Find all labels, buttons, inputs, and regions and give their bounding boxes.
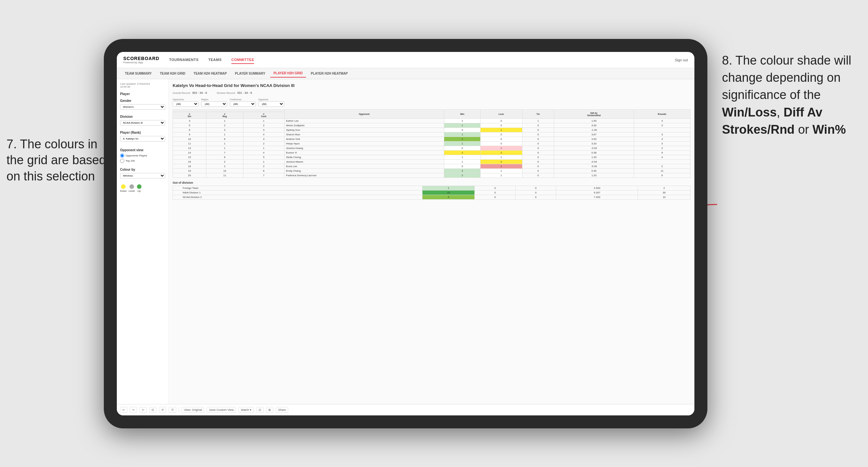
colour-by-select[interactable]: Win/loss bbox=[120, 173, 165, 179]
toolbar-timer[interactable]: ⏱ bbox=[169, 407, 176, 413]
cell-opponent: Heejo Hyun bbox=[284, 142, 444, 146]
sub-nav-player-h2h-grid[interactable]: PLAYER H2H GRID bbox=[270, 69, 306, 77]
cell-diff: 3.67 bbox=[554, 132, 634, 137]
division-select[interactable]: NCAA Division III bbox=[120, 120, 165, 126]
sub-nav-team-h2h-heatmap[interactable]: TEAM H2H HEATMAP bbox=[190, 70, 230, 77]
toolbar-undo[interactable]: ↩ bbox=[120, 407, 127, 413]
annotation-left-number: 7. bbox=[6, 137, 17, 151]
ood-cell-loss: 0 bbox=[475, 190, 515, 195]
cell-win: 2 bbox=[444, 137, 480, 142]
filter-opponent-select[interactable]: (All) bbox=[258, 101, 284, 107]
cell-opponent: Jessica Mason bbox=[284, 160, 444, 164]
player-rank-select[interactable]: 8. Katelyn Vo bbox=[120, 136, 165, 142]
cell-tie: 0 bbox=[522, 128, 554, 132]
ood-cell-tie: 0 bbox=[515, 186, 556, 190]
toolbar-layout1[interactable]: ⊡ bbox=[256, 407, 264, 413]
cell-loss: 0 bbox=[480, 137, 522, 142]
cell-diff: 1.25 bbox=[554, 155, 634, 160]
cell-loss: 2 bbox=[480, 160, 522, 164]
cell-opponent: Stella Cheng bbox=[284, 155, 444, 160]
cell-reg: 7 bbox=[206, 151, 243, 155]
sign-out-link[interactable]: Sign out bbox=[675, 58, 688, 62]
cell-reg: 2 bbox=[206, 164, 243, 169]
table-row: 5 2 2 Alexis Sudijanto 1 0 0 4.00 3 bbox=[173, 123, 690, 128]
cell-loss: 0 bbox=[480, 119, 522, 123]
legend-label-level: Level bbox=[128, 189, 135, 192]
last-updated: Last Updated: 27/03/2024 16:55:38 bbox=[120, 83, 165, 88]
cell-reg: 8 bbox=[206, 155, 243, 160]
cell-loss: 1 bbox=[480, 155, 522, 160]
sub-nav-team-h2h-grid[interactable]: TEAM H2H GRID bbox=[156, 70, 188, 77]
logo-area: SCOREBOARD Powered by clipp bbox=[123, 56, 159, 64]
toolbar-refresh[interactable]: ↺ bbox=[159, 407, 166, 413]
th-conf: #Conf bbox=[243, 112, 284, 119]
table-row: 20 11 7 Federica Domecq Lacroze 2 1 0 1.… bbox=[173, 173, 690, 178]
sub-nav-player-h2h-heatmap[interactable]: PLAYER H2H HEATMAP bbox=[308, 70, 351, 77]
legend-label-down: Down bbox=[120, 189, 127, 192]
cell-diff: 4.00 bbox=[554, 123, 634, 128]
filter-opponents-select[interactable]: (All) bbox=[173, 101, 198, 107]
sub-nav-player-summary[interactable]: PLAYER SUMMARY bbox=[232, 70, 269, 77]
cell-opponent: Emily Chang bbox=[284, 169, 444, 173]
cell-conf: 1 bbox=[243, 119, 284, 123]
cell-win: 2 bbox=[444, 173, 480, 178]
filter-conference-select[interactable]: (All) bbox=[230, 101, 256, 107]
filter-opponent-label: Opponent bbox=[258, 98, 284, 101]
nav-item-teams[interactable]: TEAMS bbox=[208, 56, 222, 64]
table-row: 9 1 4 Sharon Mun 1 0 0 3.67 3 bbox=[173, 132, 690, 137]
th-tie: Tie bbox=[522, 110, 554, 119]
cell-loss: 1 bbox=[480, 128, 522, 132]
toolbar-grid[interactable]: ⊡ bbox=[149, 407, 156, 413]
ood-cell-diff: 9.267 bbox=[556, 190, 638, 195]
cell-diff: 1.50 bbox=[554, 119, 634, 123]
legend-dot-up bbox=[137, 184, 142, 189]
nav-item-tournaments[interactable]: TOURNAMENTS bbox=[169, 56, 198, 64]
annotation-left-text: The colours in the grid are based on thi… bbox=[6, 137, 106, 183]
toolbar-layout2[interactable]: ⊞ bbox=[266, 407, 273, 413]
sub-nav-team-summary[interactable]: TEAM SUMMARY bbox=[122, 70, 155, 77]
ood-cell-rounds: 2 bbox=[638, 186, 690, 190]
cell-div: 20 bbox=[173, 173, 206, 178]
annotation-right-intro: The colour shade will change depending o… bbox=[722, 54, 851, 101]
toolbar-view-original[interactable]: View: Original bbox=[182, 407, 204, 413]
filter-opponent-group: Opponent (All) bbox=[258, 98, 284, 107]
main-table: Opponent Win Loss Tie Diff AvStrokes/Rnd… bbox=[173, 110, 690, 178]
filter-region-select[interactable]: (All) bbox=[201, 101, 227, 107]
cell-win: 1 bbox=[444, 160, 480, 164]
legend-up: Up bbox=[137, 184, 142, 192]
annotation-right-number: 8. bbox=[722, 54, 732, 67]
cell-opponent: Esther Lee bbox=[284, 119, 444, 123]
out-of-division-label: Out of division bbox=[173, 181, 690, 184]
tablet-frame: SCOREBOARD Powered by clipp TOURNAMENTS … bbox=[104, 39, 707, 428]
ood-row: NAIA Division 1 15 0 0 9.267 30 bbox=[173, 190, 690, 195]
annotation-right-bold1: Win/Loss bbox=[722, 105, 777, 119]
legend-dot-level bbox=[129, 184, 134, 189]
legend-down: Down bbox=[120, 184, 127, 192]
cell-div: 19 bbox=[173, 169, 206, 173]
nav-item-committee[interactable]: COMMITTEE bbox=[231, 56, 254, 64]
radio-opponents-played[interactable]: Opponents Played bbox=[120, 154, 165, 158]
cell-win: 1 bbox=[444, 119, 480, 123]
grid-area: Katelyn Vo Head-to-Head Grid for Women's… bbox=[169, 79, 694, 404]
toolbar-back[interactable]: ↩ bbox=[140, 407, 147, 413]
toolbar-redo[interactable]: ↪ bbox=[130, 407, 137, 413]
cell-rounds: 6 bbox=[634, 173, 690, 178]
ood-table: Foreign Team 1 0 0 4.500 2 NAIA Division… bbox=[173, 186, 690, 199]
toolbar-save-custom[interactable]: Save Custom View bbox=[207, 407, 236, 413]
toolbar-share[interactable]: Share bbox=[276, 407, 288, 413]
cell-div: 10 bbox=[173, 137, 206, 142]
cell-conf: 3 bbox=[243, 128, 284, 132]
cell-loss: 0 bbox=[480, 123, 522, 128]
radio-top100[interactable]: Top 100 bbox=[120, 159, 165, 163]
table-row: 13 1 1 Jessica Huang 0 1 0 -3.00 2 bbox=[173, 146, 690, 151]
cell-div: 5 bbox=[173, 123, 206, 128]
filter-row: Opponents: (All) Region (All) Conference bbox=[173, 98, 690, 107]
table-row: 3 1 1 Esther Lee 1 0 1 1.50 4 bbox=[173, 119, 690, 123]
cell-diff: 4.00 bbox=[554, 137, 634, 142]
annotation-right-bold3: Win% bbox=[812, 123, 846, 136]
th-opponent: Opponent bbox=[284, 110, 444, 119]
toolbar-watch[interactable]: Watch ▾ bbox=[239, 407, 254, 413]
gender-select[interactable]: Women's bbox=[120, 104, 165, 110]
legend-level: Level bbox=[128, 184, 135, 192]
main-content: Last Updated: 27/03/2024 16:55:38 Player… bbox=[117, 79, 694, 404]
